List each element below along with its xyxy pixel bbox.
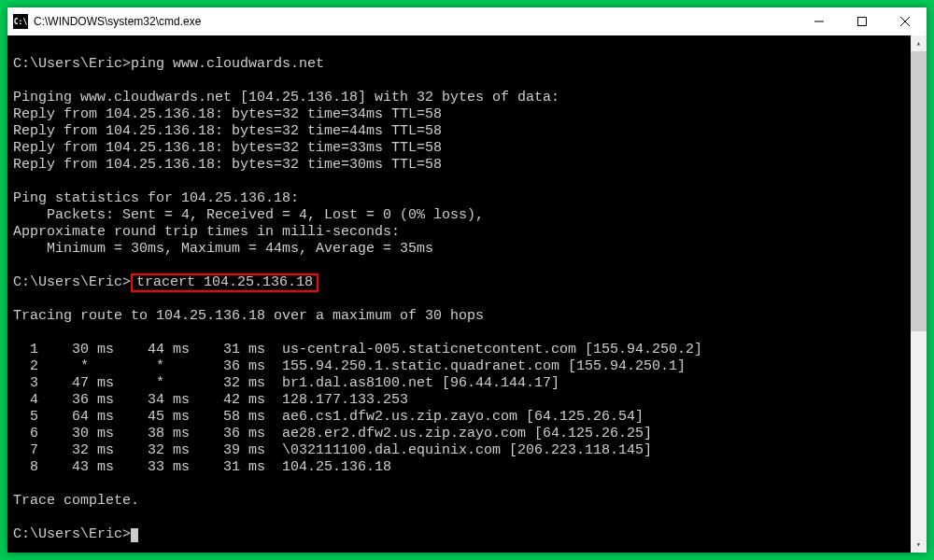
window-title: C:\WINDOWS\system32\cmd.exe [34, 15, 798, 28]
window-controls [798, 7, 927, 35]
terminal-area: C:\Users\Eric>ping www.cloudwards.net Pi… [7, 35, 927, 553]
minimize-button[interactable] [798, 7, 841, 35]
maximize-button[interactable] [841, 7, 884, 35]
scroll-thumb[interactable] [911, 51, 927, 331]
titlebar[interactable]: C:\ C:\WINDOWS\system32\cmd.exe [7, 7, 927, 35]
cmd-window: C:\ C:\WINDOWS\system32\cmd.exe C:\Users… [7, 7, 927, 553]
cursor [131, 528, 138, 542]
cmd-icon: C:\ [13, 14, 28, 29]
close-button[interactable] [884, 7, 927, 35]
highlighted-command: tracert 104.25.136.18 [131, 273, 318, 292]
scroll-down-button[interactable]: ▾ [911, 537, 927, 553]
scroll-up-button[interactable]: ▴ [911, 35, 927, 51]
scrollbar[interactable]: ▴ ▾ [911, 35, 927, 553]
terminal-output[interactable]: C:\Users\Eric>ping www.cloudwards.net Pi… [7, 35, 911, 553]
svg-rect-1 [858, 18, 867, 26]
